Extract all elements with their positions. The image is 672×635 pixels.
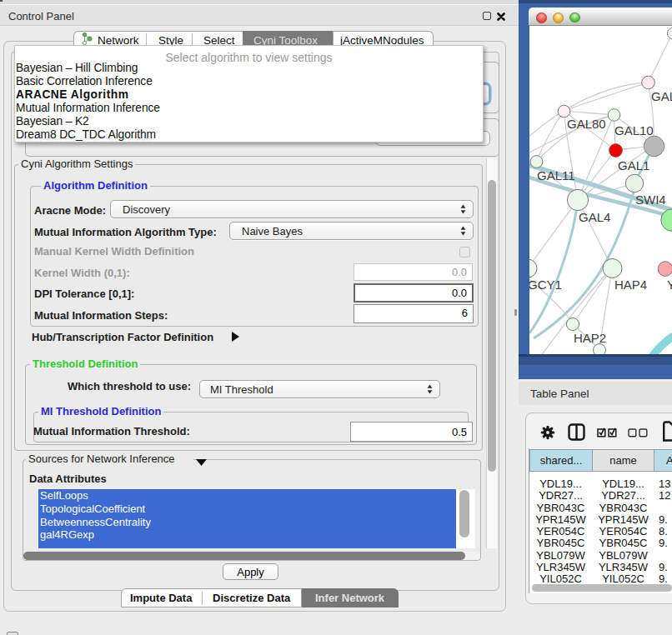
svg-text:GCY1: GCY1 bbox=[529, 278, 562, 292]
svg-text:HAP2: HAP2 bbox=[574, 331, 606, 345]
svg-text:GAL80: GAL80 bbox=[567, 117, 606, 131]
svg-text:GAL1: GAL1 bbox=[618, 158, 649, 172]
svg-text:GAL11: GAL11 bbox=[537, 168, 575, 182]
svg-text:SWI4: SWI4 bbox=[635, 192, 666, 207]
svg-text:Y: Y bbox=[667, 278, 672, 292]
svg-text:GAL4: GAL4 bbox=[579, 210, 610, 224]
svg-text:GAL10: GAL10 bbox=[614, 123, 654, 138]
svg-text:HAP4: HAP4 bbox=[614, 278, 647, 292]
svg-text:GAL7: GAL7 bbox=[651, 89, 672, 103]
